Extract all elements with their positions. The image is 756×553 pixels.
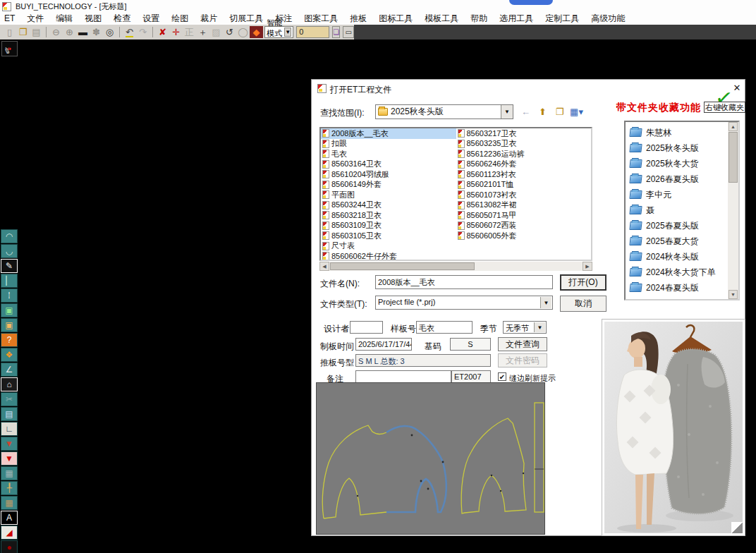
file-item[interactable]: 85601073衬衣 xyxy=(456,190,592,200)
chevron-down-icon[interactable]: ▼ xyxy=(501,105,513,119)
file-item[interactable]: 85603109卫衣 xyxy=(321,221,456,231)
view-menu-icon[interactable]: ▦▾ xyxy=(570,105,583,118)
file-item[interactable]: 85603105卫衣 xyxy=(321,231,456,241)
scissors-tool-icon[interactable]: ✂ xyxy=(1,392,18,406)
menu-item[interactable]: 检查 xyxy=(114,13,130,25)
favorites-hint-button[interactable]: 右键收藏夹 xyxy=(704,102,745,113)
favorite-folder-item[interactable]: 朱慧林 xyxy=(630,125,728,140)
menu-item[interactable]: 图案工具 xyxy=(304,13,338,25)
file-item[interactable]: 85603244卫衣 xyxy=(321,200,456,211)
file-type-select[interactable]: Project file (*.prj) ▼ xyxy=(375,296,553,310)
value-input[interactable]: 0 xyxy=(296,26,329,38)
menu-item[interactable]: 设置 xyxy=(142,13,159,25)
menu-item[interactable]: 帮助 xyxy=(470,13,487,25)
menu-item[interactable]: 定制工具 xyxy=(545,13,579,25)
palette-icon[interactable]: ◆ xyxy=(250,26,263,38)
mode-select[interactable]: 智能模式F5 ▼ xyxy=(264,26,293,38)
arc-tool-icon[interactable]: ◡ xyxy=(1,244,18,258)
save-icon[interactable]: ▤ xyxy=(30,26,43,38)
file-item[interactable]: 85613082半裙 xyxy=(456,200,592,211)
cross-icon[interactable]: ＋ xyxy=(196,26,209,38)
laser-pointer-icon[interactable]: ⁍ xyxy=(1,41,18,56)
menu-item[interactable]: 选用工具 xyxy=(499,13,533,25)
align-icon[interactable]: 正 xyxy=(183,26,196,38)
seam-rule-tool-icon[interactable]: ⁞ xyxy=(1,288,18,303)
file-item[interactable]: 85603235卫衣 xyxy=(456,139,592,150)
menu-item[interactable]: 文件 xyxy=(27,13,44,25)
designer-input[interactable] xyxy=(350,321,383,334)
vline-tool-icon[interactable]: ▏ xyxy=(1,274,18,288)
file-item[interactable]: 85610204羽绒服 xyxy=(321,169,456,180)
favorite-folder-item[interactable]: 2025秋冬头版 xyxy=(630,140,728,156)
favorite-folder-item[interactable]: 2024秋冬大货下单 xyxy=(630,265,728,280)
grid-faded-tool-icon[interactable]: ▦ xyxy=(1,496,18,510)
scroll-down-icon[interactable]: ▼ xyxy=(728,290,738,299)
favorite-folder-item[interactable]: 李中元 xyxy=(630,187,728,202)
menu-item[interactable]: 裁片 xyxy=(200,13,217,25)
zoom-out-icon[interactable]: ⊖ xyxy=(49,26,63,38)
vertical-scrollbar[interactable]: ▲ ▼ xyxy=(728,122,738,299)
menu-item[interactable]: 视图 xyxy=(85,13,102,25)
rotate-icon[interactable]: ↺ xyxy=(223,26,236,38)
scrollbar-thumb[interactable] xyxy=(728,132,738,183)
file-item[interactable]: 85612236运动裤 xyxy=(456,149,592,159)
red-funnel-tool-icon[interactable]: ▼ xyxy=(1,451,18,466)
chart-tool-icon[interactable]: ∟ xyxy=(1,422,18,436)
chevron-down-icon[interactable]: ▼ xyxy=(540,297,551,308)
roof-tool-icon[interactable]: ⌂ xyxy=(1,377,18,391)
screen-icon[interactable]: ▬ xyxy=(76,26,90,38)
open-folder-icon[interactable]: ❐ xyxy=(16,26,30,38)
file-item[interactable]: 85606072西装 xyxy=(456,221,592,231)
new-folder-icon[interactable]: ❐ xyxy=(553,105,566,118)
file-name-input[interactable]: 2008版本__毛衣 xyxy=(375,275,553,289)
file-item[interactable]: 85603217卫衣 xyxy=(456,128,592,139)
horizontal-scrollbar[interactable]: ◀ ▶ xyxy=(319,262,592,271)
favorite-folder-item[interactable]: 2026春夏头版 xyxy=(630,171,728,187)
curve-tool-icon[interactable]: ◠ xyxy=(1,229,18,243)
drawer-icon[interactable]: ▭ xyxy=(343,26,354,38)
favorite-folder-item[interactable]: 2024春夏头版 xyxy=(630,280,728,296)
rect-tool-icon[interactable]: ▣ xyxy=(1,303,18,317)
favorite-folder-item[interactable]: 2025春夏大货 xyxy=(630,233,728,249)
needle-tool-icon[interactable]: ✎ xyxy=(1,259,18,273)
file-item[interactable]: 毛衣 xyxy=(321,149,456,159)
scroll-up-icon[interactable]: ▲ xyxy=(728,122,738,131)
zoom-in-icon[interactable]: ⊕ xyxy=(63,26,76,38)
file-item[interactable]: 85602101T恤 xyxy=(456,180,592,190)
table-tool-icon[interactable]: ▦ xyxy=(1,466,18,480)
file-password-button[interactable]: 文件密码 xyxy=(498,353,547,367)
back-icon[interactable]: ← xyxy=(519,105,532,118)
open-button[interactable]: 打开(O) xyxy=(560,274,606,291)
up-folder-icon[interactable]: ⬆ xyxy=(536,105,549,118)
note-input[interactable] xyxy=(355,370,451,383)
delete-point-icon[interactable]: ✘ xyxy=(156,26,169,38)
menu-item[interactable]: 切展工具 xyxy=(229,13,263,25)
file-item[interactable]: 85606062牛仔外套 xyxy=(321,251,456,261)
menu-item[interactable]: 编辑 xyxy=(56,13,73,25)
scroll-right-icon[interactable]: ▶ xyxy=(583,262,592,271)
file-item[interactable]: 85601123衬衣 xyxy=(456,169,592,180)
menu-item[interactable]: ET xyxy=(4,13,15,23)
fill-shape-tool-icon[interactable]: ❖ xyxy=(1,348,18,362)
redo-icon[interactable]: ↷ xyxy=(136,26,150,38)
undo-icon[interactable]: ↶ xyxy=(123,26,136,38)
scroll-left-icon[interactable]: ◀ xyxy=(319,262,329,271)
favorite-folder-item[interactable]: 2025秋冬大货 xyxy=(630,156,728,171)
file-item[interactable]: 85603164卫衣 xyxy=(321,159,456,170)
ruler-figure-tool-icon[interactable]: ╀ xyxy=(1,481,18,495)
blob-tool-icon[interactable]: ● xyxy=(1,540,18,553)
new-doc-icon[interactable]: ▯ xyxy=(3,26,16,38)
cancel-button[interactable]: 取消 xyxy=(560,296,606,312)
file-item[interactable]: 85605071马甲 xyxy=(456,210,592,221)
file-item[interactable]: 平面图 xyxy=(321,190,456,200)
favorite-folder-item[interactable]: 2025春夏头版 xyxy=(630,218,728,233)
funnel-tool-icon[interactable]: ▼ xyxy=(1,437,18,451)
measure-tool-icon[interactable]: ∠ xyxy=(1,363,18,377)
file-item[interactable]: 扣眼 xyxy=(321,139,456,150)
file-item[interactable]: 2008版本__毛衣 xyxy=(321,128,456,139)
circle-icon[interactable]: ◯ xyxy=(236,26,250,38)
scrollbar-thumb[interactable] xyxy=(330,262,475,270)
file-item[interactable]: 85606246外套 xyxy=(456,159,592,170)
pan-hand-icon[interactable]: ✽ xyxy=(90,26,103,38)
menu-item[interactable]: 高级功能 xyxy=(591,13,625,25)
